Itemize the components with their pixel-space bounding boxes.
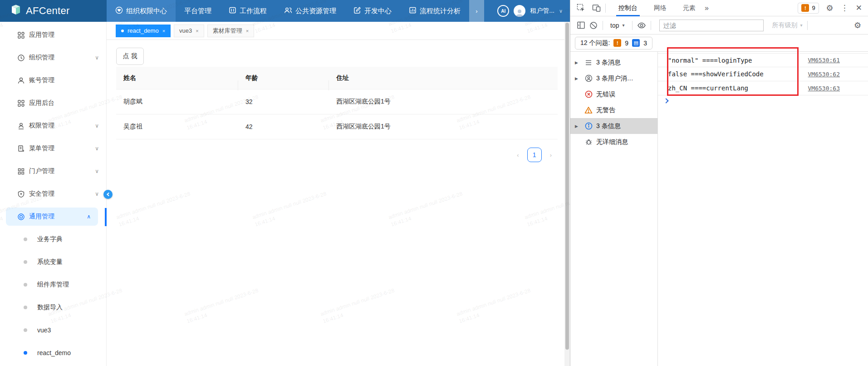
sidebar-collapse-button[interactable] — [103, 190, 113, 199]
expand-triangle-icon[interactable]: ▶ — [575, 124, 581, 129]
sidebar-item-permission-mgmt[interactable]: 权限管理 ∨ — [0, 114, 106, 137]
sidebar-item-label: 应用管理 — [29, 31, 54, 39]
breaking-issues-icon: ! — [613, 39, 621, 47]
sidebar-item-app-backend[interactable]: 应用后台 — [0, 92, 106, 114]
close-icon[interactable]: × — [162, 28, 165, 34]
bug-icon — [584, 138, 593, 146]
console-sidebar-toggle-icon[interactable] — [576, 21, 585, 30]
expand-triangle-icon[interactable]: ▶ — [575, 60, 581, 65]
console-filter-user-messages[interactable]: ▶ 3 条用户消… — [570, 70, 657, 86]
kebab-menu-icon[interactable]: ⋮ — [841, 4, 848, 12]
data-table: 姓名 年龄 住址 胡彦斌 32 西湖区湖底公园1号 吴彦祖 42 西湖区湖底公园… — [116, 67, 558, 139]
close-devtools-icon[interactable]: ✕ — [856, 4, 862, 12]
table-row[interactable]: 胡彦斌 32 西湖区湖底公园1号 — [116, 89, 558, 114]
page-scrollbar[interactable] — [564, 22, 570, 366]
console-settings-gear-icon[interactable]: ⚙ — [853, 21, 862, 30]
issues-summary-button[interactable]: 12 个问题: ! 9 ▤ 3 — [575, 37, 652, 49]
more-tabs-icon[interactable]: » — [705, 4, 709, 12]
click-me-button[interactable]: 点 我 — [116, 48, 144, 65]
user-icon — [17, 77, 25, 84]
console-filter-errors[interactable]: 无错误 — [570, 86, 657, 102]
console-message[interactable]: zh_CN ====currentLang VM6530:63 — [658, 81, 868, 95]
console-filter-info[interactable]: ▶ 3 条信息 — [570, 118, 657, 134]
scrollbar-thumb[interactable] — [565, 23, 569, 350]
console-filter-all-messages[interactable]: ▶ 3 条消息 — [570, 54, 657, 70]
nav-item-workflow[interactable]: 工作流程 — [220, 0, 275, 22]
sidebar-subitem-system-vars[interactable]: 系统变量 — [0, 251, 106, 273]
console-filter-verbose[interactable]: 无详细消息 — [570, 134, 657, 150]
tab-material-library[interactable]: 素材库管理 × — [207, 25, 254, 37]
warning-icon — [584, 106, 593, 114]
nav-item-dev-center[interactable]: 开发中心 — [345, 0, 400, 22]
close-icon[interactable]: × — [196, 28, 198, 34]
target-icon — [17, 213, 25, 221]
sidebar-subitem-component-lib[interactable]: 组件库管理 — [0, 273, 106, 296]
console-message[interactable]: "normal" ====loginType VM6530:61 — [658, 53, 868, 67]
console-source-link[interactable]: VM6530:62 — [808, 71, 840, 78]
console-filter-warnings[interactable]: 无警告 — [570, 102, 657, 118]
app-grid-icon — [17, 31, 25, 39]
console-filter-input[interactable] — [659, 20, 764, 31]
device-toolbar-icon[interactable] — [592, 4, 601, 13]
sidebar-subitem-react-demo[interactable]: react_demo — [0, 341, 106, 364]
sidebar: 应用管理 组织管理 ∨ 账号管理 应用后台 权限管理 ∨ — [0, 22, 107, 366]
console-message[interactable]: false ===showVerifiedCode VM6530:62 — [658, 67, 868, 81]
sidebar-subitem-label: 组件库管理 — [37, 281, 69, 289]
devtools-tab-elements[interactable]: 元素 — [681, 0, 698, 16]
tab-react-demo[interactable]: react_demo × — [116, 25, 171, 37]
execution-context-selector[interactable]: top ▾ — [610, 22, 625, 29]
ai-assistant-icon[interactable]: AI — [497, 5, 509, 17]
table-row[interactable]: 吴彦祖 42 西湖区湖底公园1号 — [116, 114, 558, 139]
close-icon[interactable]: × — [246, 28, 249, 34]
page-prev-icon[interactable]: ‹ — [517, 152, 519, 158]
settings-gear-icon[interactable]: ⚙ — [826, 4, 834, 12]
sidebar-item-app-mgmt[interactable]: 应用管理 — [0, 24, 106, 46]
page-next-icon[interactable]: › — [550, 152, 552, 158]
nav-item-org-permission-center[interactable]: 组织权限中心 — [107, 0, 176, 22]
list-icon — [584, 59, 593, 67]
breaking-issues-count: 9 — [625, 40, 628, 47]
logo[interactable]: AFCenter — [0, 0, 107, 22]
clock-icon — [17, 54, 25, 62]
sidebar-item-menu-mgmt[interactable]: 菜单管理 ∨ — [0, 137, 106, 160]
bullet-icon — [24, 260, 27, 264]
devtools-tab-console[interactable]: 控制台 — [616, 0, 640, 16]
sidebar-item-general-mgmt[interactable]: 通用管理 ∧ — [6, 208, 98, 226]
log-levels-dropdown[interactable]: 所有级别 ▾ — [772, 21, 803, 30]
devtools-tab-network[interactable]: 网络 — [652, 0, 669, 16]
bullet-icon — [24, 351, 27, 355]
nav-item-process-stats[interactable]: 流程统计分析 — [400, 0, 469, 22]
sidebar-item-org-mgmt[interactable]: 组织管理 ∨ — [0, 46, 106, 69]
sidebar-subitem-vue3[interactable]: vue3 — [0, 319, 106, 341]
sidebar-item-portal-mgmt[interactable]: 门户管理 ∨ — [0, 160, 106, 183]
nav-item-platform-mgmt[interactable]: 平台管理 — [176, 0, 220, 22]
sidebar-item-label: 门户管理 — [29, 167, 54, 175]
inspect-element-icon[interactable] — [576, 4, 585, 13]
console-prompt-chevron-icon[interactable] — [663, 98, 668, 103]
chevron-down-icon[interactable]: ∨ — [559, 8, 563, 14]
nav-more-button[interactable]: › — [469, 0, 484, 22]
sidebar-subitem-label: 系统变量 — [37, 258, 63, 266]
console-source-link[interactable]: VM6530:63 — [808, 85, 840, 92]
live-expression-eye-icon[interactable] — [637, 21, 646, 30]
console-source-link[interactable]: VM6530:61 — [808, 57, 840, 64]
clear-console-icon[interactable] — [589, 21, 598, 30]
avatar[interactable] — [514, 5, 525, 17]
sidebar-subitem-label: react_demo — [37, 349, 71, 356]
sidebar-subitem-data-import[interactable]: 数据导入 — [0, 296, 106, 319]
sidebar-subitem-business-dict[interactable]: 业务字典 — [0, 228, 106, 251]
tenant-admin-label[interactable]: 租户管... — [530, 7, 554, 15]
main-content: 点 我 姓名 年龄 住址 胡彦斌 32 西湖区湖底公园1号 吴彦祖 42 西湖区… — [107, 40, 564, 366]
sidebar-item-account-mgmt[interactable]: 账号管理 — [0, 69, 106, 92]
page-number-button[interactable]: 1 — [527, 148, 542, 162]
bullet-icon — [24, 237, 27, 241]
expand-triangle-icon[interactable]: ▶ — [575, 76, 581, 81]
chevron-down-icon: ∨ — [95, 168, 99, 174]
issues-counter-button[interactable]: ! 9 — [798, 3, 819, 14]
active-dot-icon — [121, 30, 124, 32]
tab-vue3[interactable]: vue3 × — [174, 25, 204, 37]
sidebar-item-security-mgmt[interactable]: 安全管理 ∨ — [0, 183, 106, 205]
sidebar-subitem-label: vue3 — [37, 326, 51, 334]
nav-item-public-resources[interactable]: 公共资源管理 — [275, 0, 345, 22]
user-circle-icon — [584, 74, 593, 83]
